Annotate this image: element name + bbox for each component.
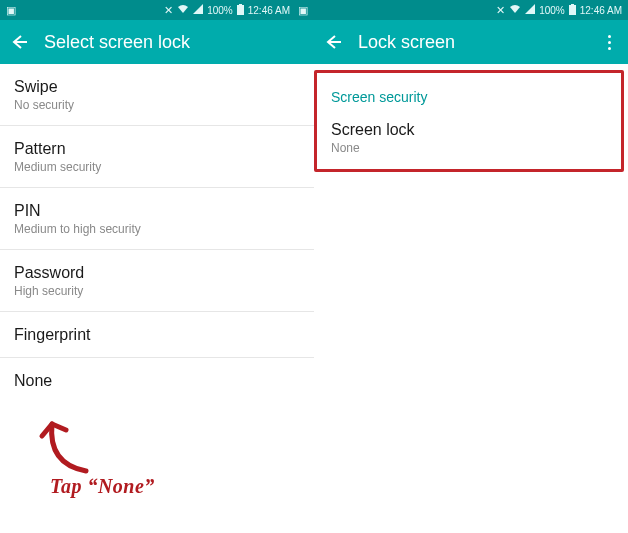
image-icon: ▣ — [6, 5, 16, 16]
annotation-text: Tap “None” — [50, 475, 155, 498]
status-bar: ▣ ✕ 100% 12:46 AM ▣ — [0, 0, 314, 20]
lock-options-list: Swipe No security Pattern Medium securit… — [0, 64, 314, 403]
signal-icon — [525, 4, 535, 16]
phone-right: ✕ 100% 12:46 AM Lock screen Screen secur… — [314, 0, 628, 533]
section-header: Screen security — [317, 73, 621, 115]
item-label: Screen lock — [331, 121, 607, 139]
vibrate-icon: ✕ — [164, 5, 173, 16]
back-button[interactable] — [8, 32, 30, 52]
page-title: Lock screen — [358, 32, 584, 53]
option-password[interactable]: Password High security — [0, 250, 314, 312]
option-pattern[interactable]: Pattern Medium security — [0, 126, 314, 188]
item-sub: None — [331, 141, 607, 155]
option-label: None — [14, 372, 300, 390]
battery-pct: 100% — [539, 5, 565, 16]
screen-lock-item[interactable]: Screen lock None — [317, 115, 621, 169]
svg-rect-2 — [569, 5, 576, 15]
option-sub: Medium to high security — [14, 222, 300, 236]
signal-icon — [193, 4, 203, 16]
wifi-icon — [177, 4, 189, 16]
option-swipe[interactable]: Swipe No security — [0, 64, 314, 126]
clock: 12:46 AM — [580, 5, 622, 16]
highlighted-section: Screen security Screen lock None — [314, 70, 624, 172]
app-bar: Select screen lock — [0, 20, 314, 64]
battery-icon — [569, 4, 576, 17]
option-label: PIN — [14, 202, 300, 220]
option-sub: High security — [14, 284, 300, 298]
option-fingerprint[interactable]: Fingerprint — [0, 312, 314, 358]
clock: 12:46 AM — [248, 5, 290, 16]
battery-icon — [237, 4, 244, 17]
image-icon-2: ▣ — [298, 5, 308, 16]
option-label: Swipe — [14, 78, 300, 96]
wifi-icon — [509, 4, 521, 16]
app-bar: Lock screen — [314, 20, 628, 64]
svg-rect-0 — [237, 5, 244, 15]
page-title: Select screen lock — [44, 32, 306, 53]
option-sub: No security — [14, 98, 300, 112]
option-label: Fingerprint — [14, 326, 300, 344]
phone-left: ▣ ✕ 100% 12:46 AM ▣ Select screen lock S… — [0, 0, 314, 533]
vibrate-icon: ✕ — [496, 5, 505, 16]
option-label: Password — [14, 264, 300, 282]
back-button[interactable] — [322, 32, 344, 52]
option-sub: Medium security — [14, 160, 300, 174]
battery-pct: 100% — [207, 5, 233, 16]
overflow-menu-button[interactable] — [598, 35, 620, 50]
svg-rect-1 — [239, 4, 242, 5]
status-bar: ✕ 100% 12:46 AM — [314, 0, 628, 20]
svg-rect-3 — [571, 4, 574, 5]
option-pin[interactable]: PIN Medium to high security — [0, 188, 314, 250]
option-none[interactable]: None — [0, 358, 314, 403]
option-label: Pattern — [14, 140, 300, 158]
